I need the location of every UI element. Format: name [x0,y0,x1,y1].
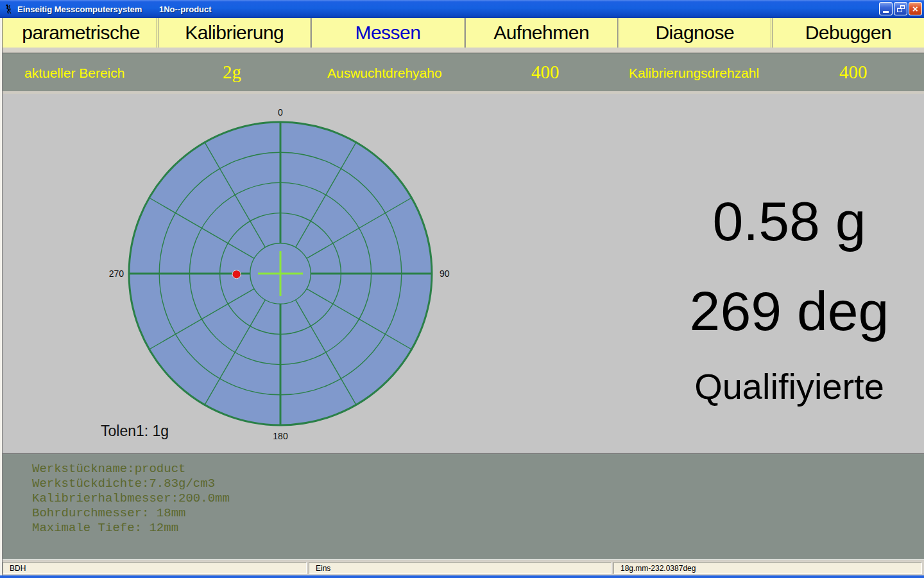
tab-aufnehmen[interactable]: Aufnehmen [464,18,617,48]
minimize-icon [883,11,889,13]
workpiece-line: Bohrdurchmesser: 18mm [32,506,924,521]
status-bar: BDH Eins 18g.mm-232.0387deg [0,559,924,575]
document-title: 1No--product [159,4,212,14]
info-bar: aktueller Bereich 2g Auswuchtdrehyaho 40… [0,53,924,91]
readout-status: Qualifiyierte [654,369,924,405]
measurement-readout: 0.58 g 269 deg Qualifiyierte [654,94,924,453]
tab-kalibrierung[interactable]: Kalibrierung [157,18,310,48]
svg-text:270: 270 [109,268,124,279]
workpiece-line: Werkstückdichte:7.83g/cm3 [32,477,924,491]
readout-angle: 269 deg [654,283,924,338]
status-section-mode: BDH [3,562,307,574]
info-label-kalibrier: Kalibrierungsdrehzahl [629,66,759,81]
window-left-edge [0,18,3,575]
workpiece-panel: Werkstückname:product Werkstückdichte:7.… [0,453,924,559]
app-icon [3,4,13,14]
svg-text:0: 0 [278,107,283,118]
info-value-bereich: 2g [223,62,241,83]
tabbar-bottom-strip [0,48,924,53]
workpiece-line: Maximale Tiefe: 12mm [32,521,924,536]
readout-amount: 0.58 g [654,193,924,249]
titlebar[interactable]: Einseitig Messcomputersystem 1No--produc… [0,0,924,18]
restore-icon [897,5,905,12]
workpiece-line: Werkstückname:product [32,462,924,477]
measuring-area: 090180270 Tolen1: 1g 0.58 g 269 deg Qual… [0,94,924,453]
info-label-bereich: aktueller Bereich [24,66,124,81]
minimize-button[interactable] [879,2,893,15]
svg-text:90: 90 [440,268,450,279]
info-value-drehzahl: 400 [531,62,560,83]
tab-diagnose[interactable]: Diagnose [617,18,771,48]
workpiece-line: Kalibrierhalbmesser:200.0mm [32,491,924,506]
tolerance-label: Tolen1: 1g [101,423,169,440]
svg-text:180: 180 [273,431,288,441]
close-button[interactable]: × [909,2,922,15]
tab-parametrische[interactable]: parametrische [5,18,157,48]
tab-messen[interactable]: Messen [310,18,463,48]
close-icon: × [912,4,918,13]
window-bottom-edge [0,575,924,578]
menu-tabbar: parametrische Kalibrierung Messen Aufneh… [0,18,924,48]
restore-button[interactable] [894,2,907,15]
tab-debuggen[interactable]: Debuggen [771,18,924,48]
info-value-kalibrier: 400 [839,62,868,83]
window-controls: × [879,2,922,15]
info-label-drehzahl: Auswuchtdrehyaho [327,66,442,81]
window-title: Einseitig Messcomputersystem [17,4,142,14]
status-section-reading: 18g.mm-232.0387deg [613,562,922,574]
status-section-state: Eins [309,562,612,574]
